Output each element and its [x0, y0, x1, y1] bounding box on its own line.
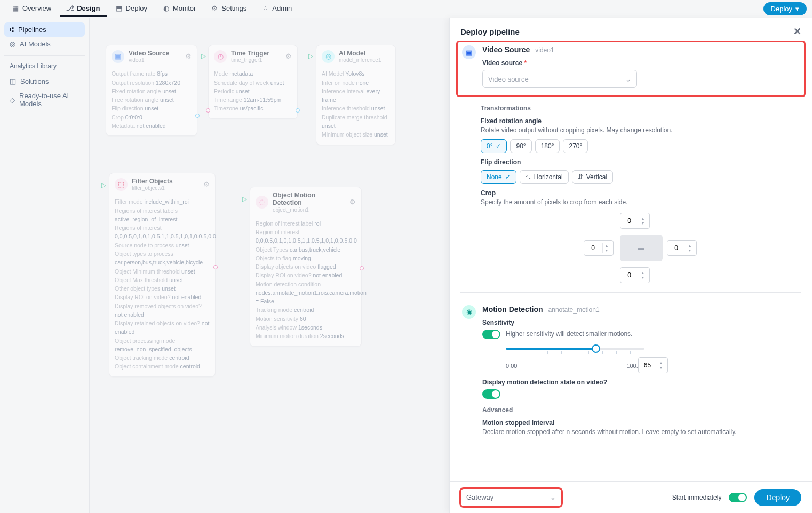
pipeline-icon: ⑆: [10, 26, 14, 34]
field-desc: Declare motion stopped after n seconds w…: [482, 428, 800, 437]
sidebar-item-label: Solutions: [20, 77, 49, 85]
section-subtitle: video1: [535, 46, 554, 54]
nav-label: Deploy: [126, 4, 147, 12]
sidebar: ⑆Pipelines ◎AI Models Analytics Library …: [0, 18, 90, 513]
flip-horizontal[interactable]: ⇋Horizontal: [520, 170, 569, 184]
crop-bottom-input[interactable]: ▴▾: [620, 267, 650, 283]
ai-icon: ◎: [10, 40, 15, 48]
step-up-icon[interactable]: ▴: [657, 360, 665, 365]
step-up-icon[interactable]: ▴: [639, 270, 647, 275]
panel-title: Deploy pipeline: [460, 27, 520, 36]
group-title-transformations: Transformations: [481, 105, 801, 112]
field-label: Video source: [482, 59, 522, 67]
step-up-icon[interactable]: ▴: [603, 243, 611, 248]
section-video-source: ▣ Video Sourcevideo1 Video source * Vide…: [456, 41, 806, 97]
sidebar-lib-header: Analytics Library: [4, 60, 85, 74]
nav-admin[interactable]: ⛬Admin: [255, 1, 298, 17]
field-desc: Rotate video output without cropping pix…: [481, 126, 801, 135]
top-nav: ▦Overview ⎇Design ⬒Deploy ◐Monitor ⚙Sett…: [0, 0, 812, 18]
close-icon[interactable]: ✕: [793, 26, 801, 37]
step-down-icon[interactable]: ▾: [639, 275, 647, 280]
sensitivity-toggle[interactable]: [482, 330, 500, 339]
deploy-dropdown-button[interactable]: Deploy▾: [763, 2, 807, 15]
motion-icon: ◉: [462, 305, 476, 319]
sidebar-item-label: AI Models: [20, 40, 51, 48]
deploy-panel: Deploy pipeline ✕ ▣ Video Sourcevideo1 V…: [449, 18, 812, 513]
nav-label: Settings: [221, 4, 246, 12]
start-immediately-label: Start immediately: [672, 494, 722, 501]
nav-settings[interactable]: ⚙Settings: [204, 1, 253, 17]
sensitivity-slider[interactable]: [506, 344, 644, 359]
section-motion-detection: ◉ Motion Detectionannotate_motion1 Sensi…: [460, 300, 801, 446]
select-placeholder: Video source: [488, 75, 529, 83]
slider-min: 0.00: [506, 363, 517, 369]
video-source-select[interactable]: Video source⌄: [482, 70, 637, 88]
chevron-down-icon: ⌄: [550, 493, 556, 501]
crop-right-input[interactable]: ▴▾: [667, 240, 697, 256]
gear-icon: ⚙: [211, 5, 218, 12]
sidebar-item-ready-models[interactable]: ◇Ready-to-use AI Models: [4, 89, 85, 111]
rotation-270[interactable]: 270°: [563, 139, 588, 153]
sidebar-item-pipelines[interactable]: ⑆Pipelines: [4, 22, 85, 37]
design-icon: ⎇: [66, 5, 74, 12]
start-immediately-toggle[interactable]: [729, 493, 747, 502]
admin-icon: ⛬: [261, 5, 269, 12]
nav-label: Overview: [22, 4, 51, 12]
group-title-advanced: Advanced: [482, 406, 800, 414]
crop-top-input[interactable]: ▴▾: [620, 213, 650, 229]
sensitivity-value-input[interactable]: ▴▾: [638, 357, 668, 373]
step-up-icon[interactable]: ▴: [639, 216, 647, 221]
deploy-btn-label: Deploy: [771, 5, 792, 13]
deploy-button[interactable]: Deploy: [754, 489, 801, 506]
gateway-select[interactable]: Gateway⌄: [460, 488, 562, 507]
nav-design[interactable]: ⎇Design: [60, 1, 106, 17]
field-label-display-state: Display motion detection state on video?: [482, 379, 800, 386]
check-icon: ✓: [505, 173, 511, 181]
sidebar-item-ai-models[interactable]: ◎AI Models: [4, 37, 85, 51]
nav-label: Admin: [272, 4, 292, 12]
rotation-90[interactable]: 90°: [510, 139, 531, 153]
flip-vertical[interactable]: ⇵Vertical: [572, 170, 613, 184]
section-title: Video Source: [482, 45, 530, 54]
step-down-icon[interactable]: ▾: [657, 365, 665, 370]
check-icon: ✓: [496, 142, 501, 150]
grid-icon: ▦: [12, 5, 19, 12]
nav-label: Design: [77, 4, 100, 12]
crop-preview: ▬: [620, 235, 663, 261]
field-label-crop: Crop: [481, 189, 801, 197]
monitor-icon: ◐: [162, 5, 170, 12]
deploy-icon: ⬒: [115, 5, 123, 12]
solutions-icon: ◫: [10, 77, 16, 85]
field-desc: Specify the amount of pixels to crop fro…: [481, 198, 801, 207]
display-state-toggle[interactable]: [482, 389, 500, 399]
step-down-icon[interactable]: ▾: [686, 248, 694, 253]
rotation-0[interactable]: 0°✓: [481, 139, 507, 153]
sidebar-item-solutions[interactable]: ◫Solutions: [4, 74, 85, 89]
step-down-icon[interactable]: ▾: [639, 221, 647, 226]
rotation-180[interactable]: 180°: [535, 139, 560, 153]
flip-v-icon: ⇵: [578, 173, 583, 181]
panel-footer: Gateway⌄ Start immediately Deploy: [450, 481, 812, 513]
camera-icon: ▣: [462, 45, 476, 59]
field-label-flip: Flip direction: [481, 158, 801, 166]
sidebar-item-label: Ready-to-use AI Models: [19, 92, 79, 108]
field-label-rotation: Fixed rotation angle: [481, 117, 801, 125]
crop-left-input[interactable]: ▴▾: [584, 240, 614, 256]
field-label-sensitivity: Sensitivity: [482, 319, 800, 326]
section-title: Motion Detection: [482, 305, 543, 314]
required-marker: *: [524, 59, 527, 67]
flip-none[interactable]: None✓: [481, 170, 516, 184]
step-up-icon[interactable]: ▴: [686, 243, 694, 248]
nav-deploy[interactable]: ⬒Deploy: [109, 1, 154, 17]
models-icon: ◇: [10, 96, 15, 104]
chevron-down-icon: ⌄: [625, 75, 631, 83]
sidebar-item-label: Pipelines: [18, 26, 46, 34]
section-subtitle: annotate_motion1: [548, 306, 600, 314]
step-down-icon[interactable]: ▾: [603, 248, 611, 253]
gateway-placeholder: Gateway: [466, 493, 493, 501]
field-desc: Higher sensitivity will detect smaller m…: [506, 330, 632, 339]
nav-monitor[interactable]: ◐Monitor: [156, 1, 202, 17]
field-label-msi: Motion stopped interval: [482, 419, 800, 427]
nav-overview[interactable]: ▦Overview: [5, 1, 58, 17]
chevron-down-icon: ▾: [795, 5, 799, 13]
